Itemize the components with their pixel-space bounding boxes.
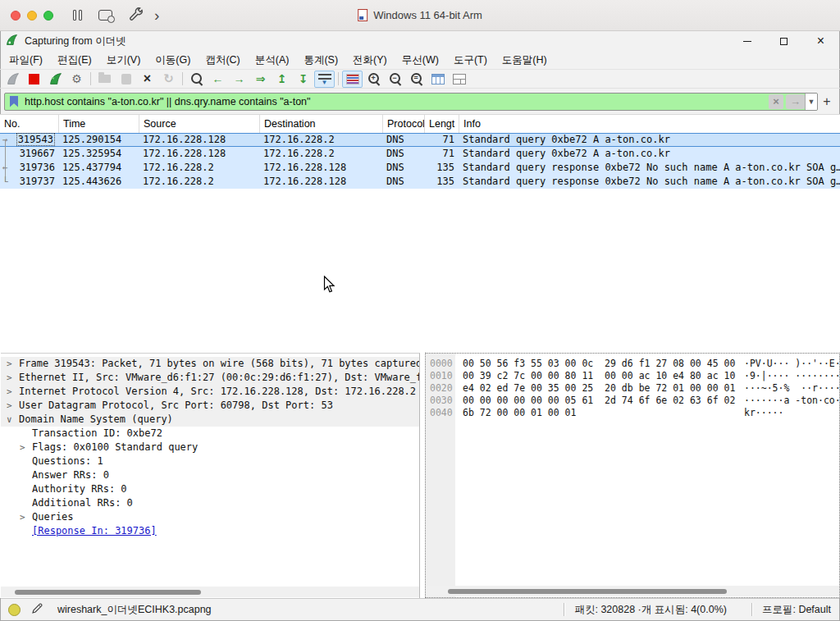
detail-line[interactable]: >Queries — [1, 510, 419, 524]
scrollbar-thumb[interactable] — [448, 589, 727, 594]
close-button[interactable]: × — [802, 31, 839, 51]
scrollbar-thumb[interactable] — [15, 590, 201, 595]
vm-titlebar: › Windows 11 64-bit Arm — [0, 0, 840, 31]
reload-icon[interactable]: ↻ — [158, 71, 179, 88]
zoom-reset-icon[interactable]: = — [406, 71, 427, 88]
zoom-out-icon[interactable]: − — [385, 71, 405, 88]
table-row[interactable]: →319543 125.290154 172.16.228.128 172.16… — [0, 133, 840, 147]
first-packet-icon[interactable]: ↥ — [272, 71, 292, 88]
layout-chooser-icon[interactable] — [449, 71, 469, 88]
minimize-button[interactable] — [728, 31, 765, 51]
detail-line[interactable]: ∨Domain Name System (query) — [1, 413, 419, 427]
detail-line[interactable]: >Internet Protocol Version 4, Src: 172.1… — [1, 385, 419, 399]
menu-view[interactable]: 보기(V) — [99, 53, 148, 67]
profile-status[interactable]: 프로필: Default — [752, 603, 839, 617]
hex-row[interactable]: 001000 39 c2 7c 00 00 80 11 00 00 ac 10 … — [426, 370, 839, 382]
packet-count-status: 패킷: 320828 ·개 표시됨: 4(0.0%) — [564, 603, 751, 617]
hex-dump-pane: 000000 50 56 f3 55 03 00 0c 29 d6 f1 27 … — [425, 353, 840, 598]
wrench-icon[interactable] — [129, 7, 143, 24]
menu-file[interactable]: 파일(F) — [2, 53, 50, 67]
close-window-button[interactable] — [11, 11, 21, 21]
start-capture-icon[interactable] — [2, 71, 23, 88]
menu-analyze[interactable]: 분석(A) — [248, 53, 297, 67]
detail-line[interactable]: >Frame 319543: Packet, 71 bytes on wire … — [1, 357, 419, 371]
expand-icon[interactable]: > — [20, 441, 30, 454]
detail-line[interactable]: Questions: 1 — [1, 454, 419, 468]
close-capture-icon[interactable]: × — [137, 71, 158, 88]
filter-bookmark-icon[interactable] — [10, 96, 18, 107]
minimize-window-button[interactable] — [27, 11, 37, 21]
menu-capture[interactable]: 캡처(C) — [198, 53, 247, 67]
column-time[interactable]: Time — [59, 115, 139, 133]
zoom-in-icon[interactable]: + — [363, 71, 384, 88]
capture-comment-icon[interactable] — [31, 602, 43, 617]
filter-text[interactable]: http.host contains "a-ton.co.kr" || dns.… — [25, 96, 769, 107]
detail-line[interactable]: Additional RRs: 0 — [1, 496, 419, 510]
table-row[interactable]: 319667 125.325954 172.16.228.128 172.16.… — [0, 147, 840, 161]
menu-go[interactable]: 이동(G) — [148, 53, 198, 67]
expert-info-icon[interactable] — [8, 604, 21, 616]
restore-button[interactable] — [765, 31, 802, 51]
capture-options-icon[interactable]: ⚙ — [66, 71, 87, 88]
goto-packet-icon[interactable]: ⇒ — [250, 71, 271, 88]
menu-wireless[interactable]: 무선(W) — [395, 53, 446, 67]
pause-vm-icon[interactable] — [73, 10, 82, 21]
open-file-icon[interactable] — [94, 71, 115, 88]
menu-edit[interactable]: 편집(E) — [50, 53, 99, 67]
menu-help[interactable]: 도움말(H) — [495, 53, 555, 67]
snapshot-icon[interactable] — [98, 10, 112, 21]
app-titlebar: Capturing from 이더넷 × — [0, 31, 840, 51]
response-in-link[interactable]: [Response In: 319736] — [1, 524, 419, 538]
expand-icon[interactable]: > — [7, 371, 17, 385]
detail-line[interactable]: >Ethernet II, Src: VMware_d6:f1:27 (00:0… — [1, 371, 419, 385]
column-source[interactable]: Source — [139, 115, 260, 133]
filter-add-button[interactable]: + — [818, 94, 836, 109]
detail-line[interactable]: Authority RRs: 0 — [1, 482, 419, 496]
hex-row[interactable]: 000000 50 56 f3 55 03 00 0c 29 d6 f1 27 … — [426, 358, 839, 370]
column-destination[interactable]: Destination — [260, 115, 383, 133]
expand-toolbar-icon[interactable]: › — [154, 10, 159, 21]
column-length[interactable]: Lengt — [425, 115, 459, 133]
last-packet-icon[interactable]: ↧ — [293, 71, 313, 88]
resize-columns-icon[interactable] — [427, 71, 448, 88]
detail-line[interactable]: Transaction ID: 0xbe72 — [1, 427, 419, 441]
colorize-icon[interactable] — [342, 71, 363, 88]
display-filter-input[interactable]: http.host contains "a-ton.co.kr" || dns.… — [4, 93, 818, 111]
column-protocol[interactable]: Protocol — [383, 115, 425, 133]
expand-icon[interactable]: > — [7, 385, 17, 399]
filter-apply-icon[interactable]: → — [786, 94, 805, 109]
capture-file-name: wireshark_이더넷ECIHK3.pcapng — [57, 603, 212, 617]
packet-list-header: No. Time Source Destination Protocol Len… — [0, 115, 840, 133]
menu-statistics[interactable]: 통계(S) — [296, 53, 345, 67]
filter-dropdown-icon[interactable]: ▼ — [805, 93, 817, 111]
mouse-cursor — [323, 276, 336, 297]
menu-tools[interactable]: 도구(T) — [446, 53, 495, 67]
column-info[interactable]: Info — [459, 115, 840, 133]
save-file-icon[interactable] — [116, 71, 136, 88]
table-row[interactable]: └319737 125.443626 172.16.228.2 172.16.2… — [0, 175, 840, 189]
auto-scroll-icon[interactable] — [314, 71, 335, 88]
vm-title-text: Windows 11 64-bit Arm — [373, 9, 482, 21]
fullscreen-window-button[interactable] — [43, 11, 53, 21]
next-packet-icon[interactable]: → — [229, 71, 249, 88]
detail-line[interactable]: >User Datagram Protocol, Src Port: 60798… — [1, 399, 419, 413]
traffic-lights — [11, 11, 53, 21]
previous-packet-icon[interactable]: ← — [208, 71, 228, 88]
collapse-icon[interactable]: ∨ — [7, 413, 17, 427]
stop-capture-icon[interactable] — [24, 71, 44, 88]
restart-capture-icon[interactable] — [45, 71, 66, 88]
expand-icon[interactable]: > — [7, 357, 17, 371]
filter-bar: http.host contains "a-ton.co.kr" || dns.… — [0, 89, 840, 114]
detail-line[interactable]: >Flags: 0x0100 Standard query — [1, 441, 419, 454]
menu-telephony[interactable]: 전화(Y) — [345, 53, 395, 67]
detail-line[interactable]: Answer RRs: 0 — [1, 468, 419, 482]
filter-clear-icon[interactable]: × — [769, 94, 783, 109]
table-row[interactable]: ←319736 125.437794 172.16.228.2 172.16.2… — [0, 161, 840, 175]
hex-row[interactable]: 003000 00 00 00 00 00 05 61 2d 74 6f 6e … — [426, 395, 839, 407]
expand-icon[interactable]: > — [7, 399, 17, 413]
hex-row[interactable]: 00406b 72 00 00 01 00 01kr····· — [426, 407, 839, 419]
hex-row[interactable]: 0020e4 02 ed 7e 00 35 00 25 20 db be 72 … — [426, 382, 839, 395]
column-no[interactable]: No. — [0, 115, 59, 133]
expand-icon[interactable]: > — [20, 510, 30, 524]
find-packet-icon[interactable] — [186, 71, 207, 88]
